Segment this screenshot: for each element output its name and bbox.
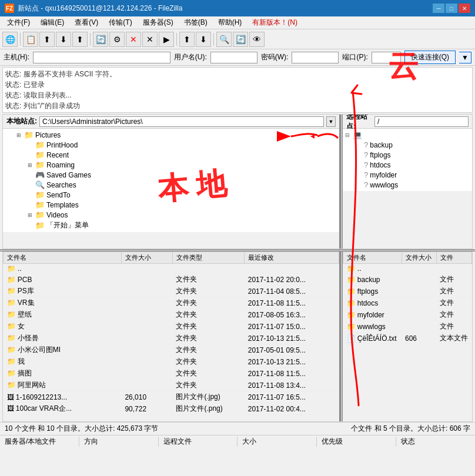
tree-item-searches[interactable]: 🔍 Searches (4, 180, 338, 190)
toolbar-new-site[interactable]: 🌐 (2, 32, 18, 47)
toolbar-btn6[interactable]: ✕ (142, 32, 158, 47)
remote-tree-scroll[interactable]: ⊟ 💻 ? backup ? ftplogs (343, 129, 472, 249)
toolbar-btn3[interactable]: ⬇ (56, 32, 71, 47)
port-input[interactable] (372, 52, 401, 63)
expander-roaming[interactable]: ⊞ (26, 162, 34, 168)
col-modified[interactable]: 最近修改 (245, 252, 339, 264)
local-file-modified: 2017-11-08 13:4... (245, 380, 339, 391)
menu-bookmarks[interactable]: 书签(B) (179, 16, 212, 29)
remote-file-type: 文件 (436, 297, 471, 309)
tree-item-printhood[interactable]: 📁 PrintHood (4, 140, 338, 150)
local-file-row[interactable]: 📁 小怪兽 文件夹 2017-10-13 21:5... (4, 333, 339, 344)
maximize-button[interactable]: □ (446, 4, 457, 13)
user-input[interactable] (210, 52, 257, 63)
local-path-dropdown[interactable]: ▼ (326, 116, 336, 127)
toolbar-refresh[interactable]: 🔄 (93, 32, 108, 47)
remote-tree-pane: 远程站点: ⊟ 💻 ? backup (343, 115, 472, 249)
remote-file-row[interactable]: 📁 .. (343, 264, 472, 274)
remote-file-row[interactable]: 📁 htdocs 文件 (343, 297, 472, 309)
remote-file-row[interactable]: 📁 myfolder 文件 (343, 309, 472, 321)
local-file-row[interactable]: 📁 .. (4, 264, 339, 274)
quick-connect-dropdown[interactable]: ▼ (459, 52, 471, 63)
toolbar-btn7[interactable]: ▶ (159, 32, 174, 47)
tree-item-start[interactable]: 📁 「开始」菜单 (4, 220, 338, 231)
menu-view[interactable]: 查看(V) (70, 16, 103, 29)
tree-item-templates[interactable]: 📁 Templates (4, 200, 338, 210)
tree-item-htdocs[interactable]: ? htdocs (344, 160, 471, 170)
toolbar-btn1[interactable]: 📋 (23, 32, 38, 47)
local-file-row[interactable]: 📁 我 文件夹 2017-10-13 21:5... (4, 356, 339, 368)
toolbar-btn5[interactable]: ⚙ (109, 32, 125, 47)
remote-col-filetype[interactable]: 文件 (436, 252, 471, 264)
remote-file-row[interactable]: 📄 ÇëÎÊtÁÍÖ.txt 606 文本文件 (343, 333, 472, 344)
remote-file-name: 📄 ÇëÎÊtÁÍÖ.txt (343, 333, 402, 344)
toolbar-btn2[interactable]: ⬆ (39, 32, 55, 47)
local-table-header: 文件名 文件大小 文件类型 最近修改 (4, 252, 339, 264)
remote-path-input[interactable] (374, 116, 469, 127)
col-filetype[interactable]: 文件类型 (172, 252, 244, 264)
remote-col-filesize[interactable]: 文件大小 (402, 252, 436, 264)
local-file-row[interactable]: 🖼 100car VRAR企... 90,722 图片文件(.png) 2017… (4, 403, 339, 415)
local-file-row[interactable]: 📁 PCB 文件夹 2017-11-02 20:0... (4, 274, 339, 286)
local-path-input[interactable] (39, 116, 324, 127)
quick-connect-button[interactable]: 快速连接(Q) (404, 51, 456, 64)
host-input[interactable] (33, 52, 170, 63)
menu-server[interactable]: 服务器(S) (138, 16, 178, 29)
tree-item-videos[interactable]: ⊞ 📁 Videos (4, 210, 338, 220)
tree-item-sendto[interactable]: 📁 SendTo (4, 190, 338, 200)
local-file-row[interactable]: 📁 壁纸 文件夹 2017-08-05 16:3... (4, 309, 339, 321)
col-filename[interactable]: 文件名 (4, 252, 122, 264)
local-tree-scroll[interactable]: ⊞ 📁 Pictures 📁 PrintHood 📁 (3, 129, 339, 249)
tree-item-pictures[interactable]: ⊞ 📁 Pictures (4, 130, 338, 140)
menu-transfer[interactable]: 传输(T) (104, 16, 136, 29)
local-file-row[interactable]: 🖼 1-1609212213... 26,010 图片文件(.jpg) 2017… (4, 391, 339, 403)
local-file-row[interactable]: 📁 PS库 文件夹 2017-11-04 08:5... (4, 286, 339, 297)
tree-item-backup[interactable]: ? backup (344, 140, 471, 150)
toolbar-btn4[interactable]: ⬆ (72, 32, 88, 47)
local-file-row[interactable]: 📁 小米公司图MI 文件夹 2017-05-01 09:5... (4, 344, 339, 356)
menu-newversion[interactable]: 有新版本！(N) (247, 16, 302, 29)
pass-input[interactable] (292, 52, 339, 63)
close-button[interactable]: ✕ (459, 4, 470, 13)
toolbar-btn10[interactable]: 🔄 (233, 32, 248, 47)
tree-item-root[interactable]: ⊟ 💻 (344, 130, 471, 140)
expander-root[interactable]: ⊟ (344, 132, 351, 138)
toolbar-btn11[interactable]: 👁 (249, 32, 265, 47)
local-file-row[interactable]: 📁 阿里网站 文件夹 2017-11-08 13:4... (4, 380, 339, 391)
remote-file-scroll[interactable]: 文件名 文件大小 文件 📁 .. 📁 backup 文件 (343, 252, 472, 421)
remote-file-row[interactable]: 📁 wwwlogs 文件 (343, 321, 472, 333)
expander-videos[interactable]: ⊞ (26, 212, 34, 218)
local-file-row[interactable]: 📁 女 文件夹 2017-11-07 15:0... (4, 321, 339, 333)
local-file-scroll[interactable]: 文件名 文件大小 文件类型 最近修改 📁 .. 📁 PCB (3, 252, 339, 421)
expander-pictures[interactable]: ⊞ (15, 132, 22, 138)
col-filesize[interactable]: 文件大小 (121, 252, 172, 264)
menu-edit[interactable]: 编辑(E) (36, 16, 69, 29)
tree-item-myfolder[interactable]: ? myfolder (344, 170, 471, 180)
menu-file[interactable]: 文件(F) (2, 16, 35, 29)
menu-help[interactable]: 帮助(H) (213, 16, 247, 29)
toolbar-btn9[interactable]: ⬇ (196, 32, 211, 47)
local-pane-header: 本地站点: ▼ (3, 115, 339, 129)
tree-item-roaming[interactable]: ⊞ 📁 Roaming (4, 160, 338, 170)
transfer-col-server: 服务器/本地文件 (0, 437, 79, 447)
remote-file-row[interactable]: 📁 backup 文件 (343, 274, 472, 286)
toolbar-stop[interactable]: ✕ (126, 32, 141, 47)
tree-item-savedgames[interactable]: 🎮 Saved Games (4, 170, 338, 180)
tree-item-ftplogs[interactable]: ? ftplogs (344, 150, 471, 160)
remote-file-list-pane: 文件名 文件大小 文件 📁 .. 📁 backup 文件 (343, 252, 472, 421)
local-file-row[interactable]: 📁 VR集 文件夹 2017-11-08 11:5... (4, 297, 339, 309)
transfer-col-status: 状态 (396, 437, 475, 447)
local-file-row[interactable]: 📁 摘图 文件夹 2017-11-08 11:5... (4, 368, 339, 380)
remote-col-filename[interactable]: 文件名 (343, 252, 402, 264)
remote-file-row[interactable]: 📁 ftplogs 文件 (343, 286, 472, 297)
tree-item-recent[interactable]: 📁 Recent (4, 150, 338, 160)
address-bar: 主机(H): 用户名(U): 密码(W): 端口(P): 快速连接(Q) ▼ (0, 49, 475, 66)
file-icon: 📁 (7, 310, 16, 319)
local-file-type: 文件夹 (172, 356, 244, 368)
toolbar-btn8[interactable]: ⬆ (179, 32, 195, 47)
tree-item-wwwlogs[interactable]: ? wwwlogs (344, 180, 471, 190)
minimize-button[interactable]: ─ (433, 4, 444, 13)
file-icon: 📄 (347, 334, 356, 343)
toolbar-search[interactable]: 🔍 (216, 32, 232, 47)
transfer-col-priority: 优先级 (317, 437, 396, 447)
